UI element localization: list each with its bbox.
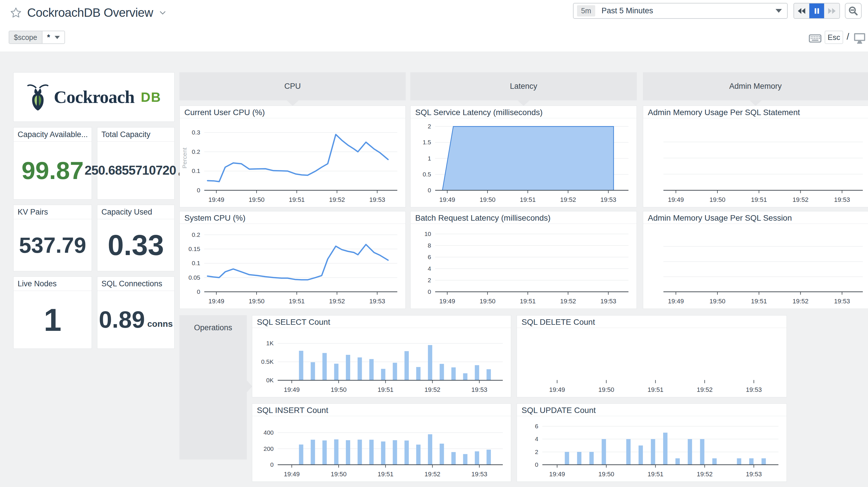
stat-value: 1 (43, 301, 61, 338)
svg-text:Percent: Percent (181, 147, 188, 169)
svg-text:4: 4 (535, 435, 538, 442)
svg-text:8: 8 (428, 242, 431, 249)
dashboard-page: CockroachDB Overview 5m Past 5 Minutes $… (0, 0, 868, 487)
fast-forward-button[interactable] (824, 3, 839, 18)
svg-text:19:51: 19:51 (648, 386, 663, 393)
esc-key-hint: Esc (825, 31, 843, 44)
stat-kv-pairs: KV Pairs 537.79 (13, 205, 92, 271)
chart-sql-service-latency: SQL Service Latency (milliseconds) 19:49… (410, 106, 637, 207)
chart-plot-area[interactable]: 19:4919:5019:5119:5219:530246810 (411, 224, 637, 309)
group-label: Operations (194, 323, 232, 332)
svg-text:0.2: 0.2 (192, 148, 200, 155)
chart-plot-area[interactable]: 19:4919:5019:5119:5219:530246 (517, 416, 786, 482)
svg-text:19:51: 19:51 (289, 297, 305, 305)
group-header-latency[interactable]: Latency (410, 72, 637, 101)
scope-variable-value[interactable]: * (42, 31, 65, 44)
svg-text:19:51: 19:51 (648, 470, 663, 478)
svg-text:19:53: 19:53 (746, 470, 762, 478)
stat-label: Capacity Used (97, 205, 174, 219)
playback-controls (794, 3, 840, 19)
chevron-down-icon[interactable] (158, 8, 167, 17)
scope-value-text: * (47, 33, 50, 42)
svg-text:19:53: 19:53 (834, 297, 850, 305)
chart-system-cpu: System CPU (%) 19:4919:5019:5119:5219:53… (180, 211, 406, 309)
star-icon[interactable] (10, 7, 22, 19)
stat-capacity-available: Capacity Available... 99.87 (13, 127, 92, 200)
chart-plot-area[interactable]: 19:4919:5019:5119:5219:53 (643, 118, 868, 207)
svg-text:19:50: 19:50 (709, 196, 725, 203)
svg-text:19:53: 19:53 (369, 297, 385, 305)
chart-batch-request-latency: Batch Request Latency (milliseconds) 19:… (410, 211, 637, 309)
template-variable-scope[interactable]: $scope * (9, 31, 65, 44)
group-header-admin-memory[interactable]: Admin Memory (643, 72, 868, 101)
logo-suffix: DB (141, 89, 161, 105)
svg-text:19:52: 19:52 (329, 196, 345, 203)
svg-text:19:49: 19:49 (208, 297, 224, 305)
keyboard-icon[interactable] (808, 33, 822, 44)
esc-key-label: Esc (828, 33, 840, 42)
logo-wordmark: Cockroach (54, 87, 134, 107)
stat-label: Live Nodes (13, 277, 92, 291)
svg-text:0: 0 (197, 288, 200, 295)
svg-text:19:53: 19:53 (746, 386, 762, 393)
svg-text:19:53: 19:53 (600, 196, 616, 203)
svg-text:0: 0 (428, 187, 431, 194)
chart-plot-area[interactable]: 19:4919:5019:5119:5219:5300.511.52 (411, 118, 637, 207)
svg-text:19:50: 19:50 (248, 196, 265, 203)
svg-text:0.3: 0.3 (192, 129, 200, 136)
stat-value: 99.87 (21, 156, 84, 185)
time-range-picker[interactable]: 5m Past 5 Minutes (573, 3, 788, 19)
svg-text:19:53: 19:53 (471, 386, 487, 393)
stat-label: KV Pairs (13, 205, 92, 219)
svg-text:19:49: 19:49 (549, 470, 565, 478)
svg-text:4: 4 (428, 265, 431, 272)
group-header-operations[interactable]: Operations (180, 315, 247, 460)
svg-text:19:52: 19:52 (696, 386, 713, 393)
monitor-icon[interactable] (853, 32, 866, 45)
group-label: Admin Memory (729, 82, 782, 91)
svg-text:19:51: 19:51 (378, 470, 394, 478)
svg-text:19:53: 19:53 (834, 196, 850, 203)
caret-down-icon (55, 36, 60, 39)
chart-admin-memory-statement: Admin Memory Usage Per SQL Statement 19:… (643, 106, 868, 207)
svg-text:19:50: 19:50 (248, 297, 265, 305)
chart-title: Admin Memory Usage Per SQL Session (643, 211, 868, 224)
cockroachdb-logo-card: Cockroach DB (13, 72, 175, 122)
svg-text:1: 1 (428, 155, 431, 162)
svg-text:0: 0 (270, 461, 274, 468)
stat-label: Total Capacity (97, 127, 174, 142)
svg-text:19:50: 19:50 (598, 470, 614, 478)
svg-text:19:51: 19:51 (520, 297, 536, 305)
svg-text:200: 200 (264, 446, 274, 452)
chart-current-user-cpu: Current User CPU (%) 19:4919:5019:5119:5… (180, 106, 406, 207)
rewind-button[interactable] (794, 3, 809, 18)
svg-text:6: 6 (535, 423, 538, 429)
svg-text:0: 0 (535, 461, 538, 468)
chart-plot-area[interactable]: 19:4919:5019:5119:5219:53 (643, 224, 868, 309)
chart-title: Current User CPU (%) (180, 106, 405, 118)
svg-text:0.2: 0.2 (192, 231, 200, 238)
chart-plot-area[interactable]: 19:4919:5019:5119:5219:5300.050.10.150.2 (180, 224, 405, 309)
svg-text:400: 400 (264, 429, 274, 436)
chart-plot-area[interactable]: 19:4919:5019:5119:5219:53 (517, 328, 786, 397)
chart-sql-update-count: SQL UPDATE Count 19:4919:5019:5119:5219:… (517, 403, 787, 482)
svg-text:19:49: 19:49 (549, 386, 565, 393)
chart-plot-area[interactable]: 19:4919:5019:5119:5219:5300.10.20.3Perce… (180, 118, 405, 207)
svg-text:19:50: 19:50 (479, 196, 496, 203)
svg-text:0.1: 0.1 (192, 260, 200, 266)
svg-text:19:51: 19:51 (751, 196, 767, 203)
chart-plot-area[interactable]: 19:4919:5019:5119:5219:530K0.5K1K (252, 328, 511, 397)
svg-text:19:49: 19:49 (284, 470, 300, 478)
chart-sql-select-count: SQL SELECT Count 19:4919:5019:5119:5219:… (252, 315, 511, 397)
time-range-badge: 5m (577, 5, 595, 17)
group-header-cpu[interactable]: CPU (180, 72, 406, 101)
svg-text:19:50: 19:50 (479, 297, 496, 305)
svg-text:19:50: 19:50 (331, 470, 346, 478)
pause-button[interactable] (809, 3, 825, 18)
svg-text:2: 2 (428, 123, 431, 130)
chart-plot-area[interactable]: 19:4919:5019:5119:5219:530200400 (252, 416, 511, 482)
stat-label: Capacity Available... (13, 127, 92, 142)
stat-value: 250.6855710720 (85, 163, 176, 177)
zoom-out-button[interactable] (845, 3, 862, 19)
stat-sql-connections: SQL Connections 0.89 conns (97, 277, 175, 349)
